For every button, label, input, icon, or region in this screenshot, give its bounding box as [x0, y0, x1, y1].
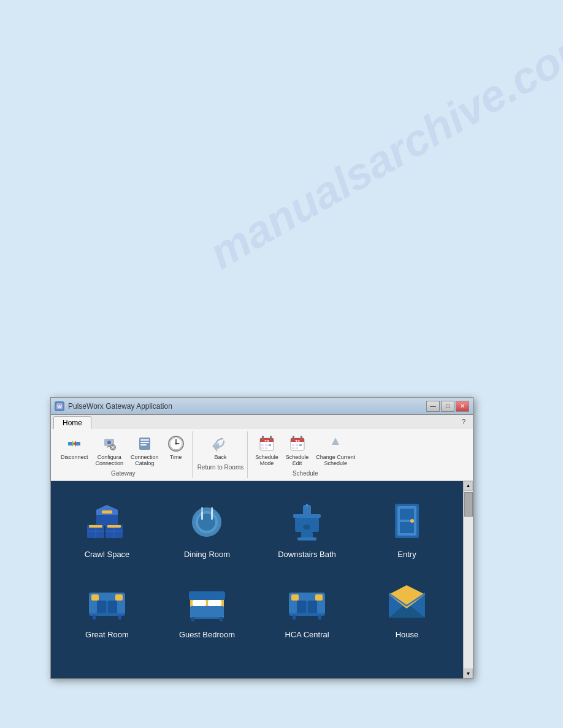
svg-rect-39	[301, 436, 302, 440]
svg-rect-14	[140, 439, 149, 441]
svg-rect-86	[93, 615, 96, 620]
disconnect-label: Disconnect	[61, 455, 88, 461]
change-schedule-icon	[326, 434, 345, 453]
room-item-entry[interactable]: Entry	[357, 487, 457, 567]
room-item-dining-room[interactable]: Dining Room	[157, 487, 257, 567]
title-bar-left: W PulseWorx Gateway Application	[55, 401, 172, 411]
change-schedule-label: Change CurrentSchedule	[316, 455, 355, 467]
scroll-up-button[interactable]: ▲	[464, 481, 473, 491]
crawl-space-label: Crawl Space	[85, 550, 130, 559]
return-group-label: Return to Rooms	[197, 464, 244, 471]
svg-rect-104	[293, 615, 296, 620]
hca-central-label: HCA Central	[285, 630, 329, 639]
svg-rect-30	[265, 444, 267, 446]
svg-rect-95	[220, 617, 223, 621]
svg-rect-103	[315, 594, 323, 601]
svg-marker-5	[74, 441, 76, 447]
connection-catalog-button[interactable]: ConnectionCatalog	[128, 433, 161, 468]
tab-home[interactable]: Home	[53, 416, 91, 429]
svg-rect-31	[269, 444, 271, 446]
back-icon	[210, 434, 230, 453]
room-item-crawl-space[interactable]: Crawl Space	[57, 487, 157, 567]
svg-rect-43	[292, 447, 294, 449]
scroll-down-button[interactable]: ▼	[464, 669, 473, 678]
change-schedule-button[interactable]: Change CurrentSchedule	[313, 433, 358, 468]
svg-rect-55	[102, 510, 112, 514]
svg-rect-85	[115, 594, 123, 601]
schedule-mode-button[interactable]: 23 ScheduleMode	[253, 433, 281, 468]
schedule-mode-label: ScheduleMode	[255, 455, 278, 467]
room-item-hca-central[interactable]: HCA Central	[257, 567, 357, 648]
ribbon-group-return: Back Return to Rooms	[194, 431, 248, 478]
svg-rect-83	[108, 601, 117, 613]
gateway-group-label: Gateway	[111, 470, 135, 477]
great-room-icon	[83, 576, 132, 625]
disconnect-button[interactable]: Disconnect	[58, 433, 91, 462]
entry-label: Entry	[397, 550, 416, 559]
back-button[interactable]: Back	[208, 433, 232, 462]
minimize-button[interactable]: —	[426, 401, 440, 412]
back-label: Back	[214, 455, 226, 461]
svg-rect-62	[201, 507, 202, 512]
svg-rect-101	[308, 601, 317, 613]
room-item-guest-bedroom[interactable]: Guest Bedroom	[157, 567, 257, 648]
window-title: PulseWorx Gateway Application	[68, 402, 172, 411]
svg-rect-66	[295, 516, 319, 532]
schedule-edit-label: ScheduleEdit	[286, 455, 309, 467]
schedule-mode-icon: 23	[257, 434, 277, 453]
schedule-group-label: Schedule	[293, 470, 318, 477]
downstairs-bath-label: Downstairs Bath	[278, 550, 336, 559]
svg-rect-100	[297, 601, 306, 613]
ribbon-group-schedule: 23 ScheduleMode	[249, 431, 361, 478]
svg-rect-32	[261, 447, 264, 449]
svg-rect-57	[107, 525, 121, 528]
svg-text:23: 23	[295, 439, 300, 444]
svg-rect-15	[140, 442, 149, 443]
svg-rect-76	[400, 522, 414, 533]
schedule-edit-button[interactable]: 23 ScheduleEdit	[283, 433, 312, 468]
maximize-button[interactable]: □	[441, 401, 454, 412]
svg-marker-53	[96, 505, 118, 510]
configure-connection-button[interactable]: ConfiguraConnection	[93, 433, 126, 468]
catalog-icon	[135, 434, 155, 453]
svg-rect-2	[68, 442, 72, 446]
svg-point-77	[410, 519, 414, 523]
help-button[interactable]: ?	[457, 416, 470, 429]
entry-icon	[383, 496, 432, 545]
svg-rect-94	[191, 617, 194, 621]
guest-bedroom-icon	[183, 576, 232, 625]
house-icon	[383, 576, 432, 625]
room-item-great-room[interactable]: Great Room	[57, 567, 157, 648]
ribbon-group-gateway: Disconnect	[55, 431, 193, 478]
time-button[interactable]: Time	[164, 433, 188, 462]
room-item-downstairs-bath[interactable]: Downstairs Bath	[257, 487, 357, 567]
svg-rect-84	[91, 594, 99, 601]
room-item-house[interactable]: House	[357, 567, 457, 648]
svg-rect-29	[261, 444, 264, 446]
watermark: manualsarchive.com	[201, 17, 563, 278]
svg-rect-72	[297, 537, 316, 540]
svg-rect-40	[292, 444, 294, 446]
svg-rect-90	[193, 600, 206, 606]
svg-rect-16	[140, 444, 147, 446]
svg-rect-28	[270, 436, 272, 440]
svg-rect-105	[318, 615, 321, 620]
svg-rect-38	[293, 436, 294, 440]
return-buttons: Back	[208, 433, 232, 462]
scroll-thumb[interactable]	[464, 492, 473, 517]
window-controls: — □ ✕	[426, 401, 469, 412]
title-bar: W PulseWorx Gateway Application — □ ✕	[51, 398, 473, 415]
guest-bedroom-label: Guest Bedroom	[179, 630, 235, 639]
svg-rect-102	[291, 594, 299, 601]
svg-rect-87	[118, 615, 121, 620]
svg-rect-91	[208, 600, 221, 606]
close-button[interactable]: ✕	[456, 401, 469, 412]
house-label: House	[396, 630, 419, 639]
scrollbar[interactable]: ▲ ▼	[463, 481, 473, 678]
svg-rect-92	[190, 606, 224, 617]
gateway-buttons: Disconnect	[58, 433, 188, 468]
configure-icon	[99, 434, 119, 453]
svg-marker-45	[332, 438, 339, 445]
hca-central-icon	[283, 576, 332, 625]
dining-room-icon	[183, 496, 232, 545]
